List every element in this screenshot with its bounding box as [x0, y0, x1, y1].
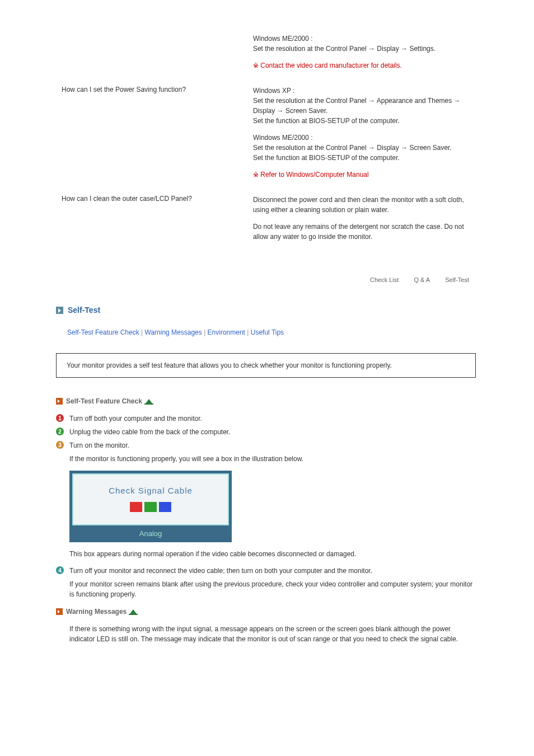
step-item: 1 Turn off both your computer and the mo…: [56, 414, 476, 424]
qa-question-cell: [56, 34, 247, 86]
green-square-icon: [144, 502, 157, 512]
step-number-4-icon: 4: [56, 566, 64, 574]
top-arrow-icon[interactable]: [130, 609, 137, 614]
step-text: Turn on the monitor.: [69, 440, 129, 450]
signal-cable-illustration: Check Signal Cable Analog: [69, 471, 232, 542]
qa-question-cell: How can I clean the outer case/LCD Panel…: [56, 195, 247, 257]
table-row: How can I clean the outer case/LCD Panel…: [56, 195, 476, 257]
signal-text: Check Signal Cable: [79, 486, 222, 495]
link-selftest-check[interactable]: Self-Test Feature Check: [67, 328, 139, 336]
step-number-1-icon: 1: [56, 414, 64, 422]
step-text: Turn off your monitor and reconnect the …: [69, 566, 372, 576]
section-title: Self-Test: [68, 306, 100, 314]
qa-answer-cell: Windows ME/2000 : Set the resolution at …: [247, 34, 476, 86]
red-square-icon: [130, 502, 142, 512]
page-container: Windows ME/2000 : Set the resolution at …: [56, 0, 476, 644]
link-warning-messages[interactable]: Warning Messages: [145, 328, 202, 336]
step-item: 3 Turn on the monitor.: [56, 440, 476, 450]
play-icon: [56, 398, 63, 405]
answer-text: Do not leave any remains of the detergen…: [253, 222, 470, 242]
signal-inner: Check Signal Cable: [72, 473, 229, 525]
step-item: 4 Turn off your monitor and reconnect th…: [56, 566, 476, 576]
nav-selftest[interactable]: Self-Test: [445, 276, 469, 283]
step-list: 1 Turn off both your computer and the mo…: [56, 414, 476, 599]
info-box: Your monitor provides a self test featur…: [56, 353, 476, 378]
step-text: Unplug the video cable from the back of …: [69, 427, 231, 437]
signal-footer: Analog: [72, 528, 229, 539]
table-row: Windows ME/2000 : Set the resolution at …: [56, 34, 476, 86]
qa-answer-cell: Disconnect the power cord and then clean…: [247, 195, 476, 257]
blue-square-icon: [159, 502, 171, 512]
table-row: How can I set the Power Saving function?…: [56, 86, 476, 195]
answer-text: Disconnect the power cord and then clean…: [253, 195, 470, 215]
color-squares: [79, 502, 222, 512]
nav-checklist[interactable]: Check List: [370, 276, 399, 283]
nav-links: Check List Q & A Self-Test: [56, 257, 476, 294]
play-icon: [56, 307, 63, 314]
subsection-header: Self-Test Feature Check: [56, 397, 476, 405]
step-content: This box appears during normal operation…: [69, 549, 476, 559]
note-text: ※ Contact the video card manufacturer fo…: [253, 60, 470, 71]
answer-text: Windows ME/2000 : Set the resolution at …: [253, 133, 470, 163]
answer-text: Windows ME/2000 : Set the resolution at …: [253, 34, 470, 54]
qa-answer-cell: Windows XP : Set the resolution at the C…: [247, 86, 476, 195]
top-arrow-icon[interactable]: [146, 399, 152, 403]
answer-text: Windows XP : Set the resolution at the C…: [253, 86, 470, 126]
step-number-2-icon: 2: [56, 428, 64, 435]
subsection-title: Warning Messages: [66, 608, 127, 616]
warning-paragraph: If there is something wrong with the inp…: [69, 624, 476, 644]
link-useful-tips[interactable]: Useful Tips: [251, 328, 284, 336]
sub-links: Self-Test Feature Check | Warning Messag…: [67, 328, 476, 336]
qa-table: Windows ME/2000 : Set the resolution at …: [56, 34, 476, 257]
note-text: ※ Refer to Windows/Computer Manual: [253, 170, 470, 180]
subsection-title: Self-Test Feature Check: [66, 397, 142, 405]
step-content: If the monitor is functioning properly, …: [69, 454, 476, 464]
qa-question-cell: How can I set the Power Saving function?: [56, 86, 247, 195]
subsection-header: Warning Messages: [56, 608, 476, 616]
step-content: If your monitor screen remains blank aft…: [69, 579, 476, 599]
step-text: Turn off both your computer and the moni…: [69, 414, 202, 424]
step-number-3-icon: 3: [56, 441, 64, 449]
link-environment[interactable]: Environment: [208, 328, 245, 336]
step-item: 2 Unplug the video cable from the back o…: [56, 427, 476, 437]
nav-qa[interactable]: Q & A: [414, 276, 430, 283]
section-header: Self-Test: [56, 306, 476, 314]
play-icon: [56, 608, 63, 615]
